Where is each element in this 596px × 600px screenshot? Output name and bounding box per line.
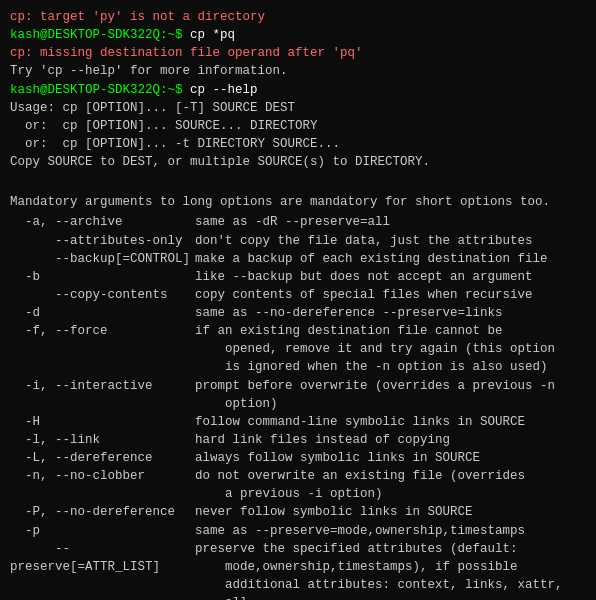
help-row-3: -blike --backup but does not accept an a… bbox=[10, 268, 586, 286]
help-desc-13: same as --preserve=mode,ownership,timest… bbox=[195, 522, 586, 540]
prompt-2: kash@DESKTOP-SDK322Q:~$ bbox=[10, 83, 190, 97]
line-or-2: or: cp [OPTION]... -t DIRECTORY SOURCE..… bbox=[10, 135, 586, 153]
help-row-8: -Hfollow command-line symbolic links in … bbox=[10, 413, 586, 431]
help-option-12: -P, --no-dereference bbox=[10, 503, 195, 521]
help-row-0: -a, --archivesame as -dR --preserve=all bbox=[10, 213, 586, 231]
help-desc-7: prompt before overwrite (overrides a pre… bbox=[195, 377, 586, 413]
help-row-13: -psame as --preserve=mode,ownership,time… bbox=[10, 522, 586, 540]
help-desc-14: preserve the specified attributes (defau… bbox=[195, 540, 586, 600]
prompt-1: kash@DESKTOP-SDK322Q:~$ bbox=[10, 28, 190, 42]
line-or-1: or: cp [OPTION]... SOURCE... DIRECTORY bbox=[10, 117, 586, 135]
help-desc-6: if an existing destination file cannot b… bbox=[195, 322, 586, 376]
help-option-0: -a, --archive bbox=[10, 213, 195, 231]
help-desc-2: make a backup of each existing destinati… bbox=[195, 250, 586, 268]
help-option-4: --copy-contents bbox=[10, 286, 195, 304]
help-row-9: -l, --linkhard link files instead of cop… bbox=[10, 431, 586, 449]
help-desc-1: don't copy the file data, just the attri… bbox=[195, 232, 586, 250]
help-option-13: -p bbox=[10, 522, 195, 540]
help-desc-10: always follow symbolic links in SOURCE bbox=[195, 449, 586, 467]
help-row-10: -L, --dereferencealways follow symbolic … bbox=[10, 449, 586, 467]
help-row-2: --backup[=CONTROL]make a backup of each … bbox=[10, 250, 586, 268]
help-option-9: -l, --link bbox=[10, 431, 195, 449]
help-row-11: -n, --no-clobberdo not overwrite an exis… bbox=[10, 467, 586, 503]
help-option-2: --backup[=CONTROL] bbox=[10, 250, 195, 268]
help-option-8: -H bbox=[10, 413, 195, 431]
help-desc-4: copy contents of special files when recu… bbox=[195, 286, 586, 304]
help-option-7: -i, --interactive bbox=[10, 377, 195, 413]
line-prompt-2: kash@DESKTOP-SDK322Q:~$ cp --help bbox=[10, 81, 586, 99]
help-table: -a, --archivesame as -dR --preserve=all … bbox=[10, 213, 586, 600]
line-error-2: cp: missing destination file operand aft… bbox=[10, 44, 586, 62]
help-desc-8: follow command-line symbolic links in SO… bbox=[195, 413, 586, 431]
help-row-14: --preserve[=ATTR_LIST]preserve the speci… bbox=[10, 540, 586, 600]
line-try: Try 'cp --help' for more information. bbox=[10, 62, 586, 80]
help-desc-12: never follow symbolic links in SOURCE bbox=[195, 503, 586, 521]
help-option-10: -L, --dereference bbox=[10, 449, 195, 467]
line-copy: Copy SOURCE to DEST, or multiple SOURCE(… bbox=[10, 153, 586, 171]
help-row-7: -i, --interactiveprompt before overwrite… bbox=[10, 377, 586, 413]
terminal: cp: target 'py' is not a directory kash@… bbox=[10, 8, 586, 600]
help-desc-3: like --backup but does not accept an arg… bbox=[195, 268, 586, 286]
line-error-1: cp: target 'py' is not a directory bbox=[10, 8, 586, 26]
help-option-14: --preserve[=ATTR_LIST] bbox=[10, 540, 195, 600]
line-mandatory: Mandatory arguments to long options are … bbox=[10, 193, 586, 211]
help-desc-9: hard link files instead of copying bbox=[195, 431, 586, 449]
line-usage: Usage: cp [OPTION]... [-T] SOURCE DEST bbox=[10, 99, 586, 117]
help-row-12: -P, --no-dereferencenever follow symboli… bbox=[10, 503, 586, 521]
help-row-4: --copy-contentscopy contents of special … bbox=[10, 286, 586, 304]
cmd-1: cp *pq bbox=[190, 28, 235, 42]
help-desc-11: do not overwrite an existing file (overr… bbox=[195, 467, 586, 503]
line-prompt-1: kash@DESKTOP-SDK322Q:~$ cp *pq bbox=[10, 26, 586, 44]
help-option-5: -d bbox=[10, 304, 195, 322]
help-option-1: --attributes-only bbox=[10, 232, 195, 250]
help-option-11: -n, --no-clobber bbox=[10, 467, 195, 503]
help-row-6: -f, --forceif an existing destination fi… bbox=[10, 322, 586, 376]
cmd-2: cp --help bbox=[190, 83, 258, 97]
help-row-5: -dsame as --no-dereference --preserve=li… bbox=[10, 304, 586, 322]
help-option-3: -b bbox=[10, 268, 195, 286]
help-desc-5: same as --no-dereference --preserve=link… bbox=[195, 304, 586, 322]
help-desc-0: same as -dR --preserve=all bbox=[195, 213, 586, 231]
help-option-6: -f, --force bbox=[10, 322, 195, 376]
help-row-1: --attributes-onlydon't copy the file dat… bbox=[10, 232, 586, 250]
